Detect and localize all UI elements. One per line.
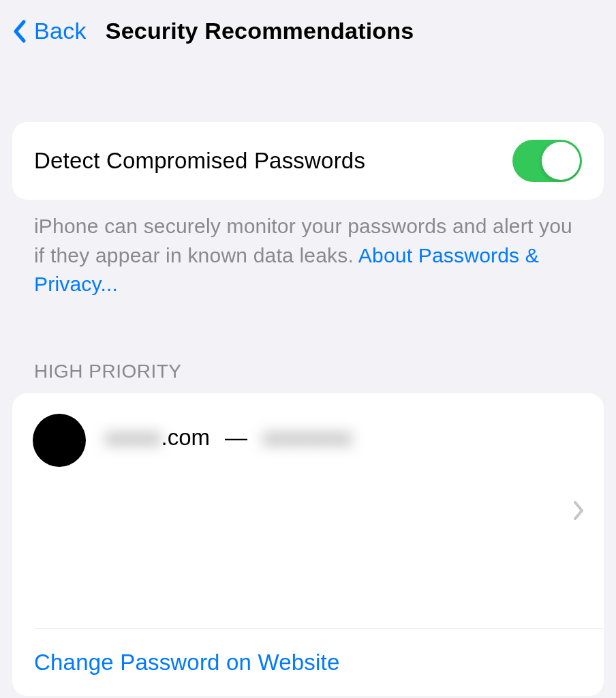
detect-compromised-toggle[interactable]: [512, 140, 582, 182]
toggle-knob: [542, 142, 580, 180]
page-title: Security Recommendations: [106, 18, 414, 44]
chevron-right-icon: [572, 500, 585, 521]
site-favicon: [33, 414, 86, 467]
content-area: Detect Compromised Passwords iPhone can …: [0, 63, 616, 696]
back-label: Back: [34, 18, 87, 44]
chevron-left-icon: [12, 19, 27, 44]
detect-compromised-row: Detect Compromised Passwords: [12, 122, 604, 200]
navigation-bar: Back Security Recommendations: [0, 0, 616, 63]
back-button[interactable]: Back: [12, 18, 87, 44]
domain-suffix: .com: [161, 425, 211, 451]
high-priority-header: HIGH PRIORITY: [12, 299, 604, 393]
entry-title-line: xxxxx.com — xxxxxxxx: [105, 425, 352, 451]
entry-separator: —: [225, 425, 247, 451]
detect-card: Detect Compromised Passwords: [12, 122, 604, 200]
domain-blurred: xxxxx: [105, 425, 161, 451]
password-entry-card: xxxxx.com — xxxxxxxx Change Password on …: [12, 393, 604, 696]
account-blurred: xxxxxxxx: [262, 425, 352, 451]
detect-footer-text: iPhone can securely monitor your passwor…: [12, 200, 604, 299]
change-password-button[interactable]: Change Password on Website: [12, 629, 604, 696]
detect-compromised-label: Detect Compromised Passwords: [34, 148, 512, 174]
password-entry-row[interactable]: xxxxx.com — xxxxxxxx: [12, 393, 604, 628]
